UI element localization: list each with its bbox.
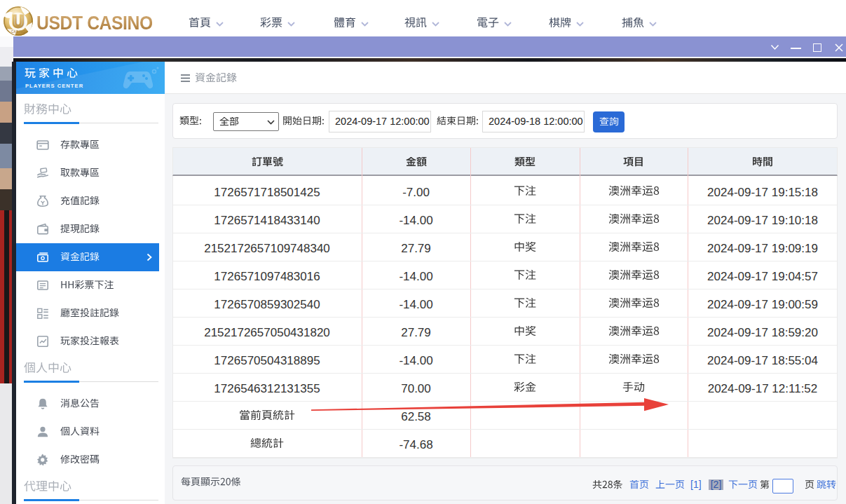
- svg-text:U: U: [13, 13, 25, 31]
- svg-text:CASINO: CASINO: [11, 30, 26, 34]
